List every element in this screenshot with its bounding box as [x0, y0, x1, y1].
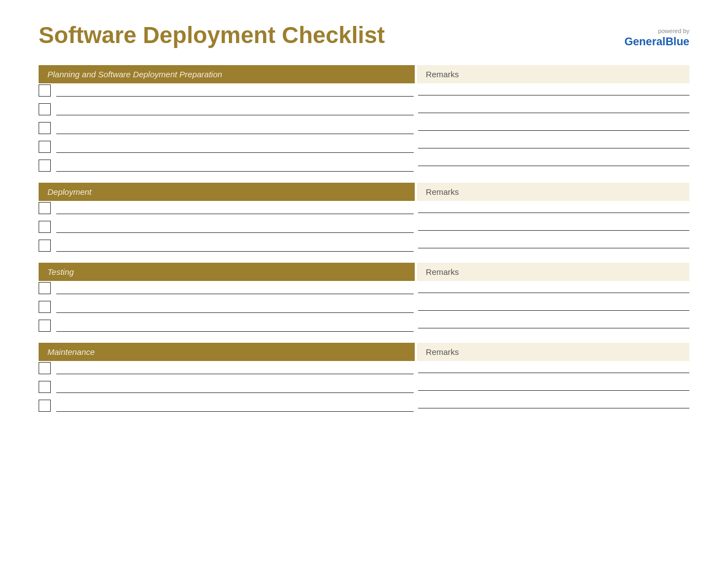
section-title-deployment: Deployment [39, 183, 415, 201]
section-maintenance: MaintenanceRemarks [39, 343, 689, 418]
section-title-maintenance: Maintenance [39, 343, 415, 361]
remark-row [418, 362, 689, 374]
section-rows-maintenance [39, 362, 689, 418]
checkbox[interactable] [39, 202, 51, 214]
section-header-planning: Planning and Software Deployment Prepara… [39, 65, 689, 83]
checklist-row [39, 400, 414, 413]
task-line [56, 382, 414, 393]
checklist-items-deployment [39, 202, 416, 258]
remarks-items-testing [416, 282, 689, 338]
remarks-header-planning: Remarks [417, 65, 689, 83]
task-line [56, 203, 414, 214]
task-line [56, 86, 414, 97]
remark-row [418, 282, 689, 294]
checklist-row [39, 202, 414, 215]
page-title: Software Deployment Checklist [39, 22, 385, 49]
checkbox[interactable] [39, 282, 51, 294]
section-header-maintenance: MaintenanceRemarks [39, 343, 689, 361]
remarks-items-deployment [416, 202, 689, 258]
task-line [56, 104, 414, 115]
checkbox[interactable] [39, 240, 51, 252]
remark-row [418, 137, 689, 150]
checklist-row [39, 362, 414, 375]
checkbox[interactable] [39, 301, 51, 313]
remark-line [418, 282, 689, 293]
checkbox[interactable] [39, 84, 51, 97]
remark-line [418, 120, 689, 131]
checklist-row [39, 320, 414, 333]
powered-by-label: powered by [658, 28, 689, 34]
task-line [56, 222, 414, 233]
brand-blue: Blue [666, 35, 689, 47]
remark-line [418, 300, 689, 311]
section-rows-planning [39, 84, 689, 178]
section-deployment: DeploymentRemarks [39, 183, 689, 258]
task-line [56, 283, 414, 294]
checklist-row [39, 301, 414, 314]
remark-row [418, 84, 689, 97]
checklist-row [39, 381, 414, 394]
remark-row [418, 155, 689, 167]
checkbox[interactable] [39, 221, 51, 233]
remark-line [418, 102, 689, 113]
checkbox[interactable] [39, 122, 51, 134]
branding: powered by GeneralBlue [624, 22, 689, 48]
checklist-row [39, 282, 414, 295]
remark-row [418, 120, 689, 132]
section-title-planning: Planning and Software Deployment Prepara… [39, 65, 415, 83]
remarks-items-planning [416, 84, 689, 178]
task-line [56, 123, 414, 134]
section-testing: TestingRemarks [39, 263, 689, 338]
remark-line [418, 137, 689, 148]
remark-row [418, 102, 689, 114]
task-line [56, 363, 414, 374]
remark-row [418, 317, 689, 330]
remark-row [418, 237, 689, 249]
remark-row [418, 397, 689, 410]
section-planning: Planning and Software Deployment Prepara… [39, 65, 689, 178]
remarks-items-maintenance [416, 362, 689, 418]
task-line [56, 401, 414, 412]
checklist-items-maintenance [39, 362, 416, 418]
remark-line [418, 220, 689, 231]
remarks-header-deployment: Remarks [417, 183, 689, 201]
checkbox[interactable] [39, 141, 51, 153]
checkbox[interactable] [39, 362, 51, 374]
checkbox[interactable] [39, 103, 51, 115]
remark-line [418, 237, 689, 248]
checkbox[interactable] [39, 400, 51, 412]
task-line [56, 161, 414, 172]
checklist-row [39, 221, 414, 234]
remark-line [418, 397, 689, 408]
checkbox[interactable] [39, 320, 51, 332]
remarks-header-testing: Remarks [417, 263, 689, 281]
remark-line [418, 84, 689, 95]
remark-line [418, 380, 689, 391]
remark-row [418, 300, 689, 312]
remarks-header-maintenance: Remarks [417, 343, 689, 361]
task-line [56, 241, 414, 252]
section-rows-deployment [39, 202, 689, 258]
section-title-testing: Testing [39, 263, 415, 281]
checkbox[interactable] [39, 160, 51, 172]
remark-row [418, 380, 689, 392]
checklist-row [39, 84, 414, 98]
task-line [56, 321, 414, 332]
section-header-deployment: DeploymentRemarks [39, 183, 689, 201]
checklist-row [39, 160, 414, 173]
remark-line [418, 362, 689, 373]
section-rows-testing [39, 282, 689, 338]
checklist-container: Planning and Software Deployment Prepara… [39, 65, 689, 418]
checklist-items-planning [39, 84, 416, 178]
remark-row [418, 220, 689, 232]
brand-name: GeneralBlue [624, 35, 689, 48]
remark-line [418, 155, 689, 166]
remark-row [418, 202, 689, 214]
checklist-row [39, 240, 414, 253]
checklist-row [39, 103, 414, 116]
remark-line [418, 202, 689, 213]
checkbox[interactable] [39, 381, 51, 393]
checklist-row [39, 141, 414, 154]
brand-general: General [624, 35, 665, 47]
task-line [56, 302, 414, 313]
